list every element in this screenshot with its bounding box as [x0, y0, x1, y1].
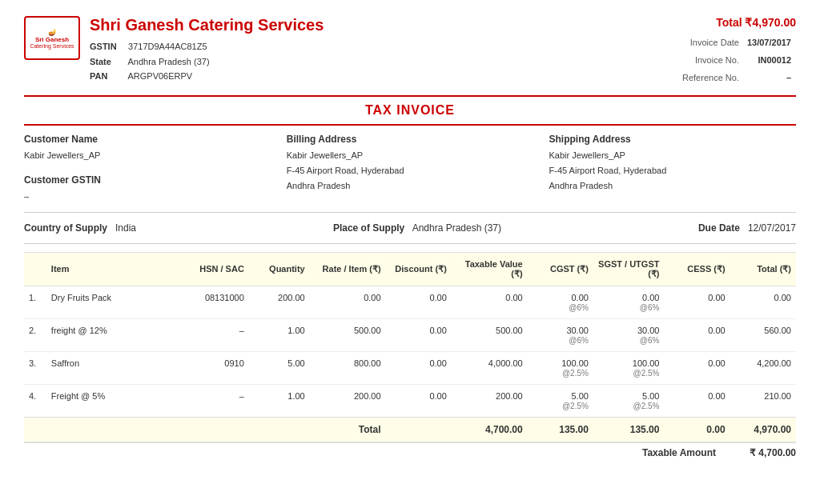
header-divider — [24, 95, 796, 97]
invoice-meta-table: Invoice Date 13/07/2017 Invoice No. IN00… — [677, 34, 796, 87]
company-section: 🪔 Sri Ganesh Catering Services Shri Gane… — [24, 16, 324, 84]
row-discount: 0.00 — [386, 318, 452, 351]
footer-empty5 — [386, 417, 452, 442]
row-qty: 200.00 — [249, 286, 310, 318]
gstin-label: GSTIN — [90, 39, 126, 54]
invoice-no-label: Invoice No. — [679, 53, 742, 69]
customer-name-label: Customer Name — [24, 134, 271, 145]
row-cgst: 100.00@2.5% — [528, 351, 593, 384]
supply-section: Country of Supply India Place of Supply … — [24, 219, 796, 237]
row-rate: 0.00 — [310, 286, 386, 318]
row-total: 0.00 — [730, 286, 796, 318]
row-cess: 0.00 — [664, 318, 730, 351]
col-no — [24, 252, 46, 286]
footer-empty3 — [178, 417, 249, 442]
row-item: Freight @ 5% — [46, 384, 178, 417]
row-cgst: 5.00@2.5% — [528, 384, 593, 417]
invoice-header: 🪔 Sri Ganesh Catering Services Shri Gane… — [24, 16, 796, 87]
row-total: 4,200.00 — [730, 351, 796, 384]
state-value: Andhra Pradesh (37) — [127, 57, 209, 66]
footer-total: 4,970.00 — [730, 417, 796, 442]
footer-empty1 — [24, 417, 46, 442]
company-details: GSTIN 3717D9A44AC81Z5 State Andhra Prade… — [90, 39, 324, 84]
row-taxable: 4,000.00 — [452, 351, 528, 384]
row-sgst: 5.00@2.5% — [593, 384, 665, 417]
due-date-value: 12/07/2017 — [748, 222, 796, 234]
company-name: Shri Ganesh Catering Services — [90, 16, 324, 34]
place-of-supply: Place of Supply Andhra Pradesh (37) — [333, 222, 501, 234]
row-cgst: 30.00@6% — [528, 318, 593, 351]
taxable-amount-row: Taxable Amount ₹ 4,700.00 — [24, 442, 796, 462]
invoice-date-label: Invoice Date — [679, 35, 742, 51]
table-row: 4. Freight @ 5% – 1.00 200.00 0.00 200.0… — [24, 384, 796, 417]
row-sgst: 100.00@2.5% — [593, 351, 665, 384]
row-discount: 0.00 — [386, 351, 452, 384]
customer-gstin-label: Customer GSTIN — [24, 174, 271, 186]
reference-no-value: – — [744, 70, 794, 86]
country-label: Country of Supply — [24, 222, 107, 234]
gstin-value: 3717D9A44AC81Z5 — [128, 42, 207, 51]
state-label: State — [90, 54, 126, 70]
logo-line1: 🪔 — [48, 28, 57, 36]
invoice-no-value: IN00012 — [744, 53, 794, 69]
row-total: 210.00 — [730, 384, 796, 417]
col-cess-header: CESS (₹) — [664, 252, 730, 286]
country-of-supply: Country of Supply India — [24, 222, 136, 234]
footer-empty2 — [46, 417, 178, 442]
row-qty: 1.00 — [249, 318, 310, 351]
customer-col: Customer Name Kabir Jewellers_AP Custome… — [24, 134, 271, 203]
title-divider — [24, 124, 796, 126]
row-rate: 800.00 — [310, 351, 386, 384]
footer-total-label: Total — [310, 417, 386, 442]
col-taxable-header: Taxable Value (₹) — [452, 252, 528, 286]
row-sgst: 0.00@6% — [593, 286, 665, 318]
row-hsn: – — [178, 384, 249, 417]
col-discount-header: Discount (₹) — [386, 252, 452, 286]
row-cgst: 0.00@6% — [528, 286, 593, 318]
shipping-line1: Kabir Jewellers_AP — [549, 148, 796, 163]
col-cgst-header: CGST (₹) — [528, 252, 593, 286]
row-item: Saffron — [46, 351, 178, 384]
row-hsn: 0910 — [178, 351, 249, 384]
table-body: 1. Dry Fruits Pack 08131000 200.00 0.00 … — [24, 286, 796, 417]
invoice-date-value: 13/07/2017 — [744, 35, 794, 51]
items-table: Item HSN / SAC Quantity Rate / Item (₹) … — [24, 252, 796, 442]
row-no: 2. — [24, 318, 46, 351]
footer-empty4 — [249, 417, 310, 442]
table-header-row: Item HSN / SAC Quantity Rate / Item (₹) … — [24, 252, 796, 286]
row-discount: 0.00 — [386, 384, 452, 417]
billing-line1: Kabir Jewellers_AP — [287, 148, 533, 163]
row-item: Dry Fruits Pack — [46, 286, 178, 318]
logo-line2: Sri Ganesh — [35, 36, 69, 43]
invoice-title: TAX INVOICE — [24, 103, 796, 118]
invoice-meta-section: Total ₹4,970.00 Invoice Date 13/07/2017 … — [677, 16, 796, 87]
shipping-line2: F-45 Airport Road, Hyderabad — [549, 163, 796, 178]
col-sgst-header: SGST / UTGST (₹) — [593, 252, 665, 286]
due-date: Due Date 12/07/2017 — [698, 222, 796, 234]
reference-no-label: Reference No. — [679, 70, 742, 86]
row-taxable: 500.00 — [452, 318, 528, 351]
row-taxable: 200.00 — [452, 384, 528, 417]
row-cess: 0.00 — [664, 384, 730, 417]
col-item-header: Item — [46, 252, 178, 286]
row-rate: 200.00 — [310, 384, 386, 417]
row-no: 4. — [24, 384, 46, 417]
supply-divider — [24, 243, 796, 244]
table-row: 1. Dry Fruits Pack 08131000 200.00 0.00 … — [24, 286, 796, 318]
col-rate-header: Rate / Item (₹) — [310, 252, 386, 286]
row-qty: 5.00 — [249, 351, 310, 384]
col-total-header: Total (₹) — [730, 252, 796, 286]
row-no: 3. — [24, 351, 46, 384]
footer-taxable: 4,700.00 — [452, 417, 528, 442]
billing-title: Billing Address — [287, 134, 533, 145]
address-divider — [24, 212, 796, 213]
logo-line3: Catering Services — [30, 43, 74, 49]
table-row: 3. Saffron 0910 5.00 800.00 0.00 4,000.0… — [24, 351, 796, 384]
address-section: Customer Name Kabir Jewellers_AP Custome… — [24, 134, 796, 203]
row-no: 1. — [24, 286, 46, 318]
footer-cess: 0.00 — [664, 417, 730, 442]
row-item: freight @ 12% — [46, 318, 178, 351]
billing-line2: F-45 Airport Road, Hyderabad — [287, 163, 533, 178]
pan-label: PAN — [90, 69, 126, 84]
row-total: 560.00 — [730, 318, 796, 351]
